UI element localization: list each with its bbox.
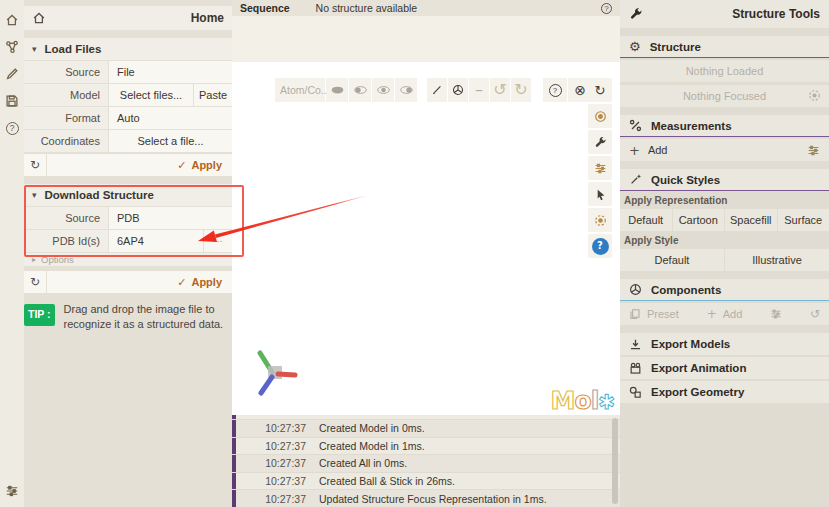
viewport-controls: ↻ ? bbox=[588, 78, 612, 258]
gear-icon: ⚙ bbox=[629, 40, 641, 53]
components-options-icon[interactable] bbox=[770, 308, 782, 320]
representation-cartoon-button[interactable]: Cartoon bbox=[673, 209, 725, 231]
pdb-id-input[interactable]: 6AP4 bbox=[109, 230, 203, 252]
load-files-section-header[interactable]: ▾ Load Files bbox=[24, 38, 232, 60]
left-icon-strip: ? bbox=[0, 0, 24, 507]
measurements-section-header[interactable]: Measurements bbox=[620, 115, 829, 137]
export-animation-title: Export Animation bbox=[651, 362, 746, 374]
geometry-icon bbox=[629, 386, 642, 399]
sequence-status: No structure available bbox=[316, 2, 418, 14]
minus-icon[interactable]: – bbox=[469, 78, 489, 102]
info-icon[interactable]: ? bbox=[588, 234, 612, 258]
style-default-button[interactable]: Default bbox=[620, 249, 724, 271]
toolbar-spacer bbox=[532, 78, 542, 102]
style-illustrative-button[interactable]: Illustrative bbox=[725, 249, 829, 271]
settings-sliders-icon[interactable] bbox=[588, 156, 612, 180]
molstar-app: ? Home ▾ Load Files Source File Model Se… bbox=[0, 0, 829, 507]
granularity-center-icon[interactable] bbox=[372, 78, 394, 102]
refresh-icon[interactable]: ↻ bbox=[24, 154, 46, 176]
components-toolbar: Preset + Add ↺ bbox=[620, 303, 829, 325]
model-row: Model Select files... Paste bbox=[24, 84, 232, 106]
undo-icon[interactable]: ↺ bbox=[490, 78, 510, 102]
sequence-area bbox=[232, 16, 620, 62]
download-apply-button[interactable]: ✓ Apply bbox=[47, 271, 232, 293]
home-icon[interactable] bbox=[4, 12, 20, 28]
download-structure-section-header[interactable]: ▾ Download Structure bbox=[24, 184, 232, 206]
quick-styles-section-header[interactable]: Quick Styles bbox=[620, 169, 829, 191]
measurements-add-button[interactable]: + Add bbox=[620, 139, 829, 161]
source-select[interactable]: File bbox=[109, 61, 232, 83]
viewport-toolbar: Atom/Co... – ↺ ↻ ? ⊗ bbox=[275, 78, 592, 102]
sequence-title: Sequence bbox=[240, 2, 290, 14]
focus-target-icon[interactable] bbox=[808, 89, 821, 102]
download-source-row: Source PDB bbox=[24, 207, 232, 229]
pencil-icon[interactable] bbox=[4, 66, 20, 82]
log-row: 10:27:37 Created Ball & Stick in 26ms. bbox=[232, 473, 620, 490]
tip-box: TIP : Drag and drop the image file to re… bbox=[24, 302, 232, 332]
granularity-right-icon[interactable] bbox=[395, 78, 417, 102]
log-message: Created Model in 0ms. bbox=[319, 422, 425, 434]
measurement-icon bbox=[629, 119, 642, 132]
theme-sphere-icon[interactable] bbox=[448, 78, 468, 102]
load-files-apply-row: ↻ ✓ Apply bbox=[24, 154, 232, 176]
export-geometry-section-header[interactable]: Export Geometry bbox=[620, 381, 829, 403]
screenshot-icon[interactable] bbox=[588, 104, 612, 128]
options-toggle[interactable]: ▸ Options bbox=[24, 253, 232, 266]
history-icon[interactable]: ↺ bbox=[810, 308, 820, 320]
preset-button[interactable]: Preset bbox=[629, 308, 679, 320]
export-models-section-header[interactable]: Export Models bbox=[620, 333, 829, 355]
picking-level-dropdown[interactable]: Atom/Co... bbox=[275, 78, 325, 102]
orientation-axes-widget[interactable] bbox=[248, 347, 300, 399]
save-icon[interactable] bbox=[4, 93, 20, 109]
format-row: Format Auto bbox=[24, 107, 232, 129]
add-label: Add bbox=[723, 308, 743, 320]
components-section-header[interactable]: Components bbox=[620, 279, 829, 301]
components-section-title: Components bbox=[651, 284, 721, 296]
log-message: Updated Structure Focus Representation i… bbox=[319, 493, 547, 505]
structure-section-header[interactable]: ⚙ Structure bbox=[620, 36, 829, 58]
download-source-select[interactable]: PDB bbox=[109, 207, 232, 229]
refresh-icon[interactable]: ↻ bbox=[24, 271, 46, 293]
granularity-left-icon[interactable] bbox=[349, 78, 371, 102]
export-geometry-title: Export Geometry bbox=[651, 386, 744, 398]
log-time: 10:27:37 bbox=[236, 422, 306, 434]
download-structure-title: Download Structure bbox=[45, 189, 154, 201]
representation-surface-button[interactable]: Surface bbox=[778, 209, 829, 231]
viewport-3d[interactable]: Atom/Co... – ↺ ↻ ? ⊗ ↻ bbox=[232, 62, 620, 415]
check-icon: ✓ bbox=[177, 277, 186, 288]
components-add-button[interactable]: + Add bbox=[707, 308, 743, 320]
redo-icon[interactable]: ↻ bbox=[511, 78, 531, 102]
tip-line-2: recognize it as a structured data. bbox=[64, 317, 224, 332]
help-icon[interactable]: ? bbox=[601, 3, 612, 14]
brush-icon[interactable] bbox=[427, 78, 447, 102]
source-label: Source bbox=[24, 61, 108, 83]
log-scrollbar[interactable] bbox=[612, 418, 618, 504]
export-animation-section-header[interactable]: Export Animation bbox=[620, 357, 829, 379]
options-sliders-icon[interactable] bbox=[807, 144, 820, 157]
nothing-loaded-label: Nothing Loaded bbox=[686, 65, 764, 77]
reset-camera-icon[interactable]: ↻ bbox=[588, 78, 612, 102]
apply-label: Apply bbox=[191, 276, 222, 288]
options-label: Options bbox=[41, 254, 74, 265]
representation-spacefill-button[interactable]: Spacefill bbox=[725, 209, 777, 231]
log-message: Created All in 0ms. bbox=[319, 457, 407, 469]
select-a-file-button[interactable]: Select a file... bbox=[109, 130, 232, 152]
help-icon[interactable]: ? bbox=[4, 120, 20, 136]
granularity-residue-icon[interactable] bbox=[326, 78, 348, 102]
representation-default-button[interactable]: Default bbox=[620, 209, 672, 231]
format-select[interactable]: Auto bbox=[109, 107, 232, 129]
controls-toggle-icon[interactable] bbox=[588, 130, 612, 154]
select-files-button[interactable]: Select files... bbox=[109, 84, 193, 106]
more-options-button[interactable]: ··· bbox=[204, 230, 232, 252]
selection-mode-cursor-icon[interactable] bbox=[588, 182, 612, 206]
settings-sliders-icon[interactable] bbox=[4, 483, 20, 499]
load-files-apply-button[interactable]: ✓ Apply bbox=[47, 154, 232, 176]
log-row-partial bbox=[232, 415, 620, 419]
nodes-icon[interactable] bbox=[4, 39, 20, 55]
pdb-id-row: PDB Id(s) 6AP4 ··· bbox=[24, 230, 232, 252]
help-icon[interactable]: ? bbox=[543, 78, 567, 102]
chevron-down-icon: ▾ bbox=[32, 191, 37, 200]
paste-button[interactable]: Paste bbox=[194, 84, 232, 106]
nothing-loaded-row: Nothing Loaded bbox=[620, 60, 829, 82]
focus-target-icon[interactable] bbox=[588, 208, 612, 232]
